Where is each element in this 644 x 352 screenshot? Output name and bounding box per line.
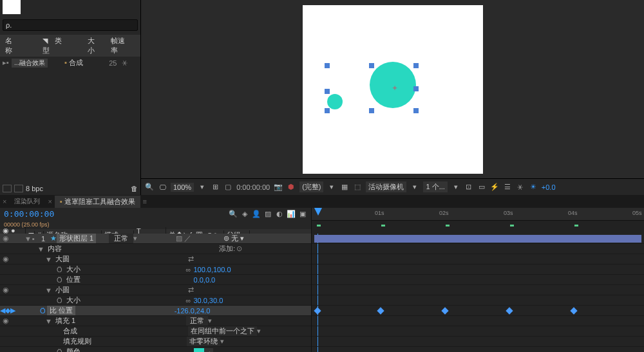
chevron-down-icon[interactable]: ▾	[451, 183, 460, 192]
anchor-icon: ✦	[392, 84, 398, 93]
project-search-input[interactable]: ρ.	[3, 19, 138, 31]
small-circle-shape[interactable]	[327, 94, 343, 109]
col-fps[interactable]: 帧速率	[111, 36, 130, 55]
keyframe[interactable]	[377, 307, 384, 314]
search-icon[interactable]: 🔍	[229, 210, 238, 219]
monitor-icon[interactable]: 🖵	[158, 183, 167, 192]
selection-handle[interactable]	[325, 108, 330, 113]
new-folder-icon[interactable]	[14, 185, 23, 192]
selection-handle[interactable]	[325, 63, 330, 68]
chevron-down-icon[interactable]: ▾	[410, 183, 419, 192]
col-size[interactable]: 大小	[88, 36, 100, 55]
comp-mini-icon[interactable]: ◈	[240, 210, 249, 219]
layer-row[interactable]: ◉ ▼ ▪ 1 ★ 形状图层 1 正常▾ ▨ ／ ⊚ 无 ▾	[0, 234, 311, 244]
roi-icon[interactable]: ▦	[340, 183, 349, 192]
current-time[interactable]: 0:00:00:00	[4, 209, 54, 219]
expand-toggle[interactable]: ▼	[24, 235, 32, 243]
keyframe[interactable]	[314, 307, 321, 314]
bpc-toggle[interactable]: 8 bpc	[26, 185, 43, 192]
dropdown[interactable]: 非零环绕	[187, 337, 220, 346]
color-mgmt-icon[interactable]: ⬢	[287, 183, 296, 192]
timeline-tracks[interactable]	[312, 234, 644, 352]
timeline-icon[interactable]: ☰	[503, 183, 512, 192]
viewer[interactable]: ✦	[141, 0, 644, 178]
visibility-toggle[interactable]: ◉	[0, 234, 12, 243]
selection-handle[interactable]	[413, 63, 419, 68]
camera-dropdown[interactable]: 活动摄像机	[366, 181, 406, 192]
property-row[interactable]: Ö 颜色 →	[0, 347, 311, 352]
col-name[interactable]: 名称	[5, 36, 18, 55]
graph-icon[interactable]: 📊	[287, 210, 296, 219]
mask-icon[interactable]: ▢	[223, 183, 232, 192]
exposure-icon[interactable]: ☀	[529, 183, 538, 192]
property-row[interactable]: Ö 大小 ∞ 30.0,30.0	[0, 295, 311, 306]
exposure-value[interactable]: +0.0	[542, 183, 556, 191]
tab-render-queue[interactable]: 渲染队列	[9, 196, 45, 207]
fast-preview-icon[interactable]: ⚡	[490, 183, 499, 192]
playhead[interactable]	[314, 208, 322, 216]
new-comp-icon[interactable]	[3, 185, 12, 192]
layer-bar[interactable]	[314, 235, 641, 243]
property-row[interactable]: ◉▼ 大圆 ⇄	[0, 254, 311, 264]
prop-value[interactable]: -126.0,24.0	[175, 307, 211, 315]
chevron-down-icon[interactable]: ▾	[198, 183, 207, 192]
keyframe-nav[interactable]: ◀◆▶	[0, 306, 4, 315]
project-item-row[interactable]: ▸▪ ...融合效果 ▪ 合成 25 ⚹	[0, 57, 140, 69]
stopwatch-icon[interactable]: Ö	[57, 297, 62, 304]
comp-thumbnail[interactable]	[3, 0, 21, 14]
flowchart-icon[interactable]: ⚹	[516, 183, 525, 192]
prop-value[interactable]: 0.0,0.0	[194, 276, 216, 284]
magnify-icon[interactable]: 🔍	[145, 183, 154, 192]
property-row[interactable]: Ö 大小 ∞ 100.0,100.0	[0, 264, 311, 275]
zoom-dropdown[interactable]: 100%	[171, 183, 194, 192]
time-ruler[interactable]: 01s 02s 03s 04s 05s	[312, 208, 644, 221]
keyframe[interactable]	[506, 307, 513, 314]
stopwatch-icon[interactable]: Ö	[40, 307, 46, 315]
stopwatch-icon[interactable]: Ö	[57, 276, 62, 284]
snapshot-icon[interactable]: 📷	[274, 183, 283, 192]
add-menu-icon[interactable]: ⊙	[236, 245, 242, 253]
property-row[interactable]: ◀◆▶ Ö 比 位置 -126.0,24.0	[0, 306, 311, 316]
property-row[interactable]: 填充规则 非零环绕▾	[0, 337, 311, 347]
keyframe[interactable]	[441, 307, 448, 314]
stopwatch-icon[interactable]: Ö	[57, 266, 62, 273]
trash-icon[interactable]: 🗑	[131, 185, 138, 192]
color-swatch[interactable]	[194, 348, 204, 352]
prop-value[interactable]: 100.0,100.0	[193, 266, 231, 273]
selection-handle[interactable]	[369, 108, 374, 113]
close-tab-icon[interactable]: ×	[3, 198, 6, 205]
panel-menu-icon[interactable]: ≡	[143, 198, 147, 205]
quality-dropdown[interactable]: (完整)	[299, 181, 323, 192]
layer-name[interactable]: 形状图层 1	[57, 234, 96, 243]
property-row[interactable]: ▼ 内容 添加: ⊙	[0, 244, 311, 254]
shy-icon[interactable]: 👤	[252, 210, 261, 219]
pixel-aspect-icon[interactable]: ▭	[477, 183, 486, 192]
prop-value[interactable]: 30.0,30.0	[193, 297, 223, 304]
preview-time[interactable]: 0:00:00:00	[236, 183, 270, 191]
keyframe[interactable]	[570, 307, 577, 314]
chevron-down-icon[interactable]: ▾	[327, 183, 336, 192]
close-tab-icon[interactable]: ×	[48, 198, 52, 205]
work-area[interactable]	[312, 221, 644, 234]
property-row[interactable]: Ö 位置 0.0,0.0	[0, 275, 311, 285]
dropdown[interactable]: 在同组中前一个之下	[188, 326, 257, 336]
property-row[interactable]: 合成 在同组中前一个之下▾	[0, 326, 311, 337]
property-row[interactable]: ◉▼ 小圆 ⇄	[0, 285, 311, 295]
composition-canvas[interactable]: ✦	[303, 5, 483, 174]
selection-handle[interactable]	[413, 86, 419, 91]
motion-blur-icon[interactable]: ◐	[275, 210, 284, 219]
draft3d-icon[interactable]: ▣	[298, 210, 307, 219]
tab-composition[interactable]: ▪ 遮罩阻塞工具融合效果	[55, 196, 140, 208]
views-dropdown[interactable]: 1 个...	[423, 181, 447, 192]
frame-blend-icon[interactable]: ▨	[263, 210, 272, 219]
selection-handle[interactable]	[325, 89, 330, 94]
property-row[interactable]: ◉▼ 填充 1 正常▾	[0, 316, 311, 326]
flowchart-icon[interactable]: ⚹	[122, 59, 128, 67]
view-icon[interactable]: ⊡	[464, 183, 473, 192]
selection-handle[interactable]	[413, 108, 419, 113]
selection-handle[interactable]	[369, 63, 374, 68]
grid-icon[interactable]: ⊞	[211, 183, 220, 192]
alpha-icon[interactable]: ⬚	[353, 183, 362, 192]
eyedropper-icon[interactable]: →	[204, 348, 213, 352]
stopwatch-icon[interactable]: Ö	[57, 348, 62, 353]
